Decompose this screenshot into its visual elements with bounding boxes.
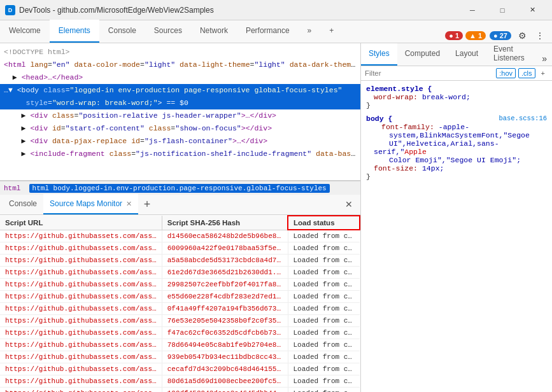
tab-console-bottom[interactable]: Console <box>3 194 43 214</box>
window-controls: ─ □ ✕ <box>458 0 547 20</box>
title-bar: D DevTools - github.com/MicrosoftEdge/We… <box>0 0 552 20</box>
body-font-family-prop: font-family: -apple- system,BlinkMacSyst… <box>374 123 547 164</box>
cell-hash: 29982507c2eefbbf20f4017fa84... <box>162 279 288 291</box>
col-header-load-status: Load status <box>288 216 360 230</box>
cell-url: https://github.githubassets.com/assets/3… <box>0 388 162 393</box>
close-button[interactable]: ✕ <box>518 0 547 20</box>
add-console-tab-button[interactable]: + <box>138 194 156 214</box>
info-badge[interactable]: ● 27 <box>490 31 511 40</box>
col-header-hash: Script SHA-256 Hash <box>162 216 288 230</box>
tab-welcome[interactable]: Welcome <box>0 20 50 43</box>
styles-filter-bar: :hov .cls + <box>361 66 552 81</box>
warning-badge[interactable]: ▲ 1 <box>465 31 486 40</box>
body-style-source[interactable]: base.scss:16 <box>499 115 547 122</box>
minimize-button[interactable]: ─ <box>458 0 487 20</box>
table-row[interactable]: https://github.githubassets.com/assets/e… <box>0 303 360 315</box>
left-panel: <!DOCTYPE html> <html lang="en" data-col… <box>0 43 361 392</box>
tab-layout[interactable]: Layout <box>448 43 486 66</box>
cell-status: Loaded from cache <box>288 315 360 327</box>
panel-close-area: ✕ <box>340 194 358 214</box>
more-options-icon[interactable]: ⋮ <box>533 29 547 43</box>
error-badge[interactable]: ● 1 <box>445 31 463 40</box>
table-body: https://github.githubassets.com/assets/r… <box>0 230 360 392</box>
table-row[interactable]: https://github.githubassets.com/assets/8… <box>0 351 360 363</box>
source-maps-table[interactable]: Script URL Script SHA-256 Hash Load stat… <box>0 215 360 392</box>
table-row[interactable]: https://github.githubassets.com/assets/3… <box>0 388 360 393</box>
settings-icon[interactable]: ⚙ <box>515 29 529 43</box>
table-row[interactable]: https://github.githubassets.com/assets/2… <box>0 267 360 279</box>
styles-panel-content: element.style { word-wrap: break-word; }… <box>361 81 552 392</box>
cell-status: Loaded from cache <box>288 242 360 255</box>
table-row[interactable]: https://github.githubassets.com/assets/9… <box>0 339 360 351</box>
breadcrumb-html[interactable]: html <box>4 185 20 192</box>
table-row[interactable]: https://github.githubassets.com/assets/g… <box>0 279 360 291</box>
styles-more-button[interactable]: » <box>539 52 549 66</box>
cell-status: Loaded from cache <box>288 267 360 279</box>
tab-network[interactable]: Network <box>191 20 237 43</box>
add-panel-button[interactable]: + <box>320 20 343 43</box>
dom-inspector[interactable]: <!DOCTYPE html> <html lang="en" data-col… <box>0 43 360 181</box>
cell-hash: e55d60e228f4cdbf283e2d7ed1... <box>162 291 288 303</box>
table-row[interactable]: https://github.githubassets.com/assets/5… <box>0 315 360 327</box>
dom-line-div1[interactable]: ▶ <div class="position-relative js-heade… <box>0 109 360 122</box>
col-header-script-url: Script URL <box>0 216 162 230</box>
tab-source-maps-monitor[interactable]: Source Maps Monitor ✕ <box>43 194 138 214</box>
cell-url: https://github.githubassets.com/assets/2… <box>0 267 162 279</box>
dom-line-div3[interactable]: ▶ <div data-pjax-replace id="js-flash-co… <box>0 135 360 148</box>
cell-status: Loaded from cache <box>288 351 360 363</box>
element-style-prop: word-wrap: break-word; <box>366 93 547 101</box>
tab-console[interactable]: Console <box>99 20 145 43</box>
styles-tabs-bar: Styles Computed Layout Event Listeners » <box>361 43 552 66</box>
tab-event-listeners[interactable]: Event Listeners <box>486 43 539 66</box>
dom-line-include[interactable]: ▶ <include-fragment class="js-notificati… <box>0 148 360 160</box>
styles-filter-input[interactable] <box>365 69 493 77</box>
cell-hash: d14560eca586248b2de5b96be8... <box>162 230 288 242</box>
breadcrumb-body[interactable]: html body.logged-in.env-production.page-… <box>29 184 330 193</box>
dom-line-head[interactable]: ▶ <head>…</head> <box>0 71 360 84</box>
body-style-close: } <box>366 172 547 181</box>
toolbar-icons: ● 1 ▲ 1 ● 27 ⚙ ⋮ <box>440 29 552 43</box>
table-row[interactable]: https://github.githubassets.com/assets/r… <box>0 230 360 242</box>
body-font-size-prop: font-size: 14px; <box>366 164 547 172</box>
close-bottom-panel-button[interactable]: ✕ <box>340 195 358 213</box>
tab-sources[interactable]: Sources <box>145 20 191 43</box>
body-style-block: body { base.scss:16 font-family: -apple-… <box>366 115 547 181</box>
cls-filter-button[interactable]: .cls <box>518 68 535 78</box>
table-row[interactable]: https://github.githubassets.com/assets/e… <box>0 242 360 255</box>
dom-line-body[interactable]: …▼ <body class="logged-in env-production… <box>0 84 360 97</box>
cell-status: Loaded from cache <box>288 303 360 315</box>
cell-hash: 6009960a422f9e0178baa53f5e... <box>162 242 288 255</box>
cell-hash: 61e2d67d3e3665d21b2630dd1... <box>162 267 288 279</box>
cell-status: Loaded from cache <box>288 230 360 242</box>
hov-filter-button[interactable]: :hov <box>496 68 516 78</box>
table-row[interactable]: https://github.githubassets.com/assets/5… <box>0 327 360 339</box>
table-row[interactable]: https://github.githubassets.com/assets/5… <box>0 255 360 267</box>
window-title: DevTools - github.com/MicrosoftEdge/WebV… <box>19 6 458 15</box>
tab-elements[interactable]: Elements <box>50 20 99 43</box>
right-panel: Styles Computed Layout Event Listeners »… <box>361 43 552 392</box>
devtools-icon: D <box>5 5 15 15</box>
cell-url: https://github.githubassets.com/assets/r… <box>0 230 162 242</box>
maximize-button[interactable]: □ <box>488 0 517 20</box>
tab-computed[interactable]: Computed <box>397 43 448 66</box>
dom-line-div2[interactable]: ▶ <div id="start-of-content" class="show… <box>0 122 360 135</box>
dom-line-html[interactable]: <html lang="en" data-color-mode="light" … <box>0 59 360 71</box>
cell-hash: 199df452943deaa2a4645dbb44... <box>162 388 288 393</box>
close-source-maps-tab[interactable]: ✕ <box>126 200 132 208</box>
tab-performance[interactable]: Performance <box>237 20 299 43</box>
table-row[interactable]: https://github.githubassets.com/assets/3… <box>0 291 360 303</box>
table-row[interactable]: https://github.githubassets.com/assets/1… <box>0 363 360 375</box>
add-style-button[interactable]: + <box>538 68 548 78</box>
cell-status: Loaded from cache <box>288 279 360 291</box>
dom-line-body-style[interactable]: style="word-wrap: break-word;"> == $0 <box>0 97 360 109</box>
table-row[interactable]: https://github.githubassets.com/assets/3… <box>0 375 360 388</box>
source-maps-data-table: Script URL Script SHA-256 Hash Load stat… <box>0 215 360 392</box>
tab-styles[interactable]: Styles <box>361 43 397 66</box>
cell-url: https://github.githubassets.com/assets/g… <box>0 279 162 291</box>
more-tabs-button[interactable]: » <box>299 20 321 43</box>
cell-status: Loaded from cache <box>288 327 360 339</box>
warning-dot: ▲ <box>469 32 476 39</box>
cell-url: https://github.githubassets.com/assets/5… <box>0 315 162 327</box>
cell-url: https://github.githubassets.com/assets/e… <box>0 303 162 315</box>
breadcrumb: html html body.logged-in.env-production.… <box>0 181 360 195</box>
